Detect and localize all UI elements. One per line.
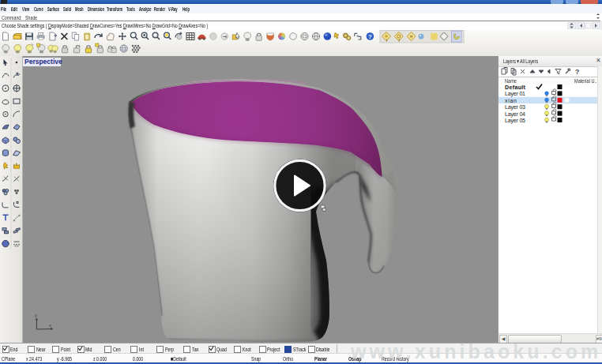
svg-text:x: x (49, 323, 51, 328)
svg-text:Default: Default (505, 84, 526, 91)
svg-text:Layer 04: Layer 04 (505, 111, 525, 118)
svg-text:Layer 05: Layer 05 (505, 118, 525, 124)
svg-text:?: ? (368, 33, 372, 40)
svg-text:Layer 01: Layer 01 (505, 91, 525, 97)
svg-text:xian: xian (505, 98, 517, 103)
svg-text:?: ? (575, 68, 579, 76)
svg-text:Layer 03: Layer 03 (505, 104, 525, 111)
svg-text:y: y (35, 313, 37, 317)
